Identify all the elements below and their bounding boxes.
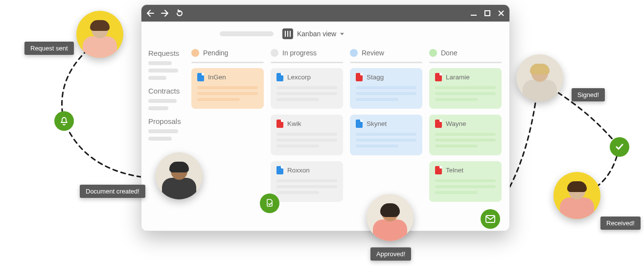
forward-icon[interactable] <box>161 10 169 17</box>
column-header: Review <box>350 49 422 57</box>
avatar <box>156 152 203 199</box>
view-switcher-label: Kanban view <box>297 30 336 38</box>
kanban-card[interactable]: Lexcorp <box>271 68 343 109</box>
back-icon[interactable] <box>146 10 154 17</box>
app-window: Kanban view Requests Contracts Proposals <box>141 4 510 231</box>
kanban-card[interactable]: Telnet <box>429 161 502 202</box>
mail-icon <box>481 209 500 229</box>
kanban-card[interactable]: Skynet <box>350 115 422 155</box>
pdf-file-icon <box>435 120 442 128</box>
toolbar-placeholder <box>220 31 274 36</box>
kanban-card[interactable]: Roxxon <box>271 161 343 202</box>
reload-icon[interactable] <box>176 9 184 17</box>
column-title: In progress <box>282 49 317 57</box>
document-check-icon <box>260 193 279 213</box>
kanban-board: PendingInGenIn progressLexcorpKwikRoxxon… <box>187 22 509 231</box>
column-header: Pending <box>191 49 264 57</box>
toolbar: Kanban view <box>220 28 344 39</box>
column-title: Done <box>441 49 457 57</box>
kanban-icon <box>282 28 293 39</box>
status-badge: Request sent <box>24 42 74 55</box>
pdf-file-icon <box>435 166 442 174</box>
kanban-column: PendingInGen <box>191 49 264 231</box>
card-title: Lexcorp <box>287 73 311 81</box>
sidebar-group-requests[interactable]: Requests <box>148 49 182 80</box>
close-icon[interactable] <box>498 10 505 17</box>
minimize-icon[interactable] <box>470 10 477 17</box>
sidebar-title: Requests <box>148 49 182 57</box>
status-badge: Approved! <box>370 247 411 261</box>
kanban-column: DoneLaramieWayneTelnet <box>429 49 502 231</box>
avatar <box>516 54 563 101</box>
avatar <box>553 172 600 219</box>
card-title: Telnet <box>446 167 463 174</box>
view-switcher[interactable]: Kanban view <box>282 28 344 39</box>
status-dot <box>271 49 278 57</box>
status-badge: Document created! <box>80 185 145 198</box>
card-title: Stagg <box>367 73 384 81</box>
avatar <box>367 194 414 241</box>
card-title: Laramie <box>446 73 470 81</box>
sidebar: Requests Contracts Proposals <box>141 22 187 231</box>
kanban-card[interactable]: Stagg <box>350 68 422 109</box>
column-header: In progress <box>271 49 343 57</box>
kanban-card[interactable]: Wayne <box>429 115 502 155</box>
titlebar <box>141 5 509 22</box>
kanban-column: In progressLexcorpKwikRoxxon <box>271 49 343 231</box>
card-title: Skynet <box>367 120 387 127</box>
bell-icon <box>54 111 74 131</box>
pdf-file-icon <box>435 73 442 81</box>
status-dot <box>429 49 437 57</box>
check-icon <box>610 137 629 157</box>
doc-file-icon <box>197 73 204 81</box>
column-title: Review <box>362 49 384 57</box>
kanban-card[interactable]: Laramie <box>429 68 502 109</box>
sidebar-title: Proposals <box>148 117 182 125</box>
pdf-file-icon <box>276 120 283 128</box>
status-dot <box>350 49 358 57</box>
card-title: Roxxon <box>287 167 310 174</box>
doc-file-icon <box>276 166 283 174</box>
kanban-card[interactable]: InGen <box>191 68 264 109</box>
doc-file-icon <box>276 73 283 81</box>
maximize-icon[interactable] <box>484 10 491 17</box>
sidebar-group-contracts[interactable]: Contracts <box>148 87 182 110</box>
column-header: Done <box>429 49 502 57</box>
sidebar-title: Contracts <box>148 87 182 95</box>
status-badge: Signed! <box>572 88 605 101</box>
card-title: Wayne <box>446 120 466 127</box>
card-title: Kwik <box>287 120 301 127</box>
status-badge: Received! <box>600 217 641 230</box>
chevron-down-icon <box>340 33 344 35</box>
svg-rect-1 <box>485 11 490 16</box>
column-title: Pending <box>203 49 228 57</box>
kanban-card[interactable]: Kwik <box>271 115 343 155</box>
doc-file-icon <box>356 120 363 128</box>
avatar <box>76 11 123 58</box>
sidebar-group-proposals[interactable]: Proposals <box>148 117 182 141</box>
status-dot <box>191 49 199 57</box>
card-title: InGen <box>208 73 226 81</box>
pdf-file-icon <box>356 73 363 81</box>
